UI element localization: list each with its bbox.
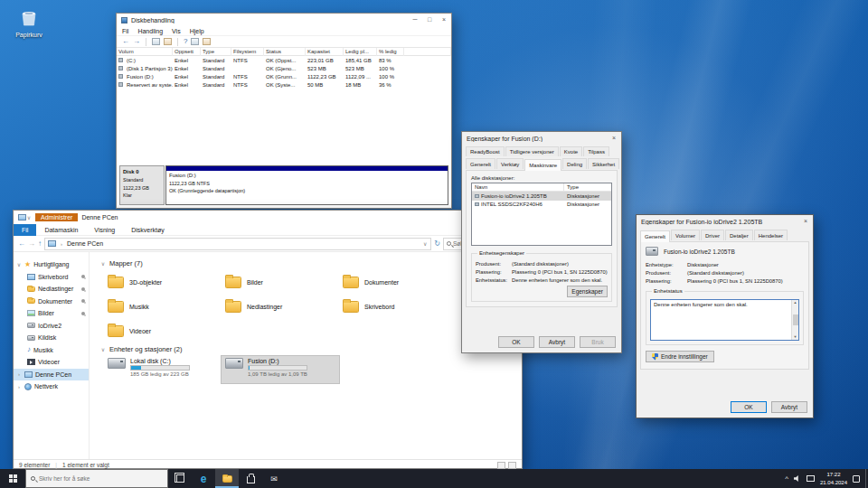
help-icon[interactable]: ?: [184, 37, 187, 46]
drive-list-row[interactable]: Fusion-io ioDrive2 1.205TB Diskstasjoner: [472, 192, 611, 201]
tab-detaljer[interactable]: Detaljer: [725, 230, 753, 240]
chevron-right-icon[interactable]: ›: [59, 241, 64, 247]
ok-button[interactable]: OK: [731, 401, 767, 413]
chevron-down-icon[interactable]: ∨: [16, 261, 22, 267]
properties-button[interactable]: Egenskaper: [567, 286, 608, 297]
scroll-up-icon[interactable]: ▲: [794, 301, 797, 305]
menu-item-vis[interactable]: Vis: [172, 28, 181, 34]
console-tree-icon[interactable]: [152, 38, 160, 45]
close-button[interactable]: ×: [798, 215, 813, 228]
folder-bilder[interactable]: Bilder: [222, 270, 339, 295]
tab-sikkerhet[interactable]: Sikkerhet: [588, 158, 619, 169]
folder-dokumenter[interactable]: Dokumenter: [339, 270, 457, 295]
maximize-button[interactable]: □: [422, 14, 437, 26]
sidebar-item-nedlastinger[interactable]: Nedlastinger: [14, 283, 89, 296]
quick-access-toolbar-dropdown-icon[interactable]: ∨: [26, 214, 32, 221]
tab-maskinvare[interactable]: Maskinvare: [524, 159, 561, 171]
dialog-titlebar[interactable]: Egenskaper for Fusion (D:) ×: [462, 132, 621, 145]
menu-item-handling[interactable]: Handling: [137, 28, 163, 34]
tab-generelt[interactable]: Generelt: [640, 230, 670, 242]
chevron-right-icon[interactable]: ›: [16, 371, 22, 377]
details-view-icon[interactable]: [497, 462, 505, 469]
col-volum[interactable]: Volum: [117, 48, 173, 56]
tab-tidligere-versjoner[interactable]: Tidligere versjoner: [505, 146, 559, 156]
sidebar-item-bilder[interactable]: Bilder: [14, 307, 89, 320]
close-button[interactable]: ×: [607, 132, 621, 145]
devices-section-header[interactable]: ∨ Enheter og stasjoner (2): [100, 345, 522, 353]
diskmgmt-titlebar[interactable]: Diskbehandling ─ □ ×: [117, 14, 451, 26]
taskbar-clock[interactable]: 17:22 21.04.2024: [820, 471, 847, 485]
chevron-right-icon[interactable]: ›: [16, 384, 22, 389]
sidebar-item-denne-pcen[interactable]: › Denne PCen: [14, 369, 89, 381]
sidebar-item-musikk[interactable]: ♪ Musikk: [14, 344, 89, 357]
volume-view-icon[interactable]: [203, 38, 211, 45]
tab-generelt[interactable]: Generelt: [466, 158, 495, 169]
network-icon[interactable]: [807, 475, 815, 482]
ok-button[interactable]: OK: [498, 336, 534, 348]
forward-icon[interactable]: →: [28, 239, 35, 248]
close-button[interactable]: ×: [437, 14, 451, 26]
taskbar-search[interactable]: [25, 469, 168, 488]
cancel-button[interactable]: Avbryt: [771, 401, 807, 413]
back-icon[interactable]: ←: [122, 37, 129, 46]
folder-skrivebord[interactable]: Skrivebord: [339, 295, 457, 319]
disk-view-icon[interactable]: [191, 38, 199, 45]
recycle-bin[interactable]: Papirkurv: [7, 7, 51, 38]
address-dropdown-icon[interactable]: ∨: [422, 240, 428, 247]
action-center-icon[interactable]: [853, 475, 860, 483]
chevron-down-icon[interactable]: ∨: [100, 260, 106, 267]
col-kapasitet[interactable]: Kapasitet: [306, 48, 344, 56]
sidebar-item-videoer[interactable]: Videoer: [14, 356, 89, 369]
drive-lokal-disk-c[interactable]: Lokal disk (C:) 185 GB ledig av 223 GB: [104, 356, 222, 383]
col-status[interactable]: Status: [264, 48, 306, 56]
tab-volumer[interactable]: Volumer: [671, 230, 700, 240]
tray-expand-icon[interactable]: ^: [785, 474, 788, 483]
tab-fil[interactable]: Fil: [14, 224, 36, 236]
volume-row[interactable]: Fusion (D:) Enkel Standard NTFS OK (Grun…: [117, 72, 451, 80]
volume-row[interactable]: (Disk 1 Partisjon 3) Enkel Standard OK (…: [117, 64, 451, 72]
col-type[interactable]: Type: [564, 183, 611, 192]
folder-nedlastinger[interactable]: Nedlastinger: [222, 295, 339, 319]
tab-kvote[interactable]: Kvote: [560, 146, 582, 156]
chevron-down-icon[interactable]: ∨: [100, 346, 106, 352]
scrollbar-thumb[interactable]: [793, 314, 798, 325]
volume-icon[interactable]: [794, 475, 801, 482]
file-explorer-button[interactable]: [215, 469, 239, 488]
scroll-down-icon[interactable]: ▼: [794, 335, 797, 339]
col-ledig[interactable]: Ledig pl...: [344, 48, 377, 56]
up-icon[interactable]: ↑: [38, 239, 42, 248]
minimize-button[interactable]: ─: [408, 14, 422, 26]
tab-verktoy[interactable]: Verktøy: [496, 158, 524, 169]
sidebar-item-skrivebord[interactable]: Skrivebord: [14, 271, 89, 284]
tab-driver[interactable]: Driver: [701, 230, 724, 240]
folder-3d-objekter[interactable]: 3D-objekter: [104, 270, 222, 295]
store-button[interactable]: [239, 469, 262, 488]
back-icon[interactable]: ←: [18, 239, 25, 248]
thumbnails-view-icon[interactable]: [508, 462, 516, 469]
scrollbar[interactable]: ▲ ▼: [791, 300, 798, 340]
folder-videoer[interactable]: Videoer: [104, 319, 222, 343]
folder-musikk[interactable]: Musikk: [104, 295, 222, 319]
col-navn[interactable]: Navn: [472, 183, 564, 192]
partition-fusion-d[interactable]: Fusion (D:) 1122,23 GB NTFS OK (Grunnleg…: [165, 165, 448, 205]
sidebar-item-iodrive2[interactable]: IoDrive2: [14, 320, 89, 333]
forward-icon[interactable]: →: [133, 37, 140, 46]
edge-button[interactable]: e: [192, 469, 215, 488]
volume-row[interactable]: Reservert av syste... Enkel Standard NTF…: [117, 80, 451, 89]
drive-fusion-d[interactable]: Fusion (D:) 1,09 TB ledig av 1,09 TB: [222, 356, 339, 383]
tab-datamaskin[interactable]: Datamaskin: [36, 224, 86, 236]
start-button[interactable]: [0, 469, 25, 488]
tab-diskverktoy[interactable]: Diskverktøy: [123, 224, 173, 236]
taskbar-search-input[interactable]: [39, 475, 163, 482]
sidebar-item-hurtigtilgang[interactable]: ∨ ★ Hurtigtilgang: [14, 258, 89, 271]
breadcrumb[interactable]: › Denne PCen ∨: [44, 238, 431, 250]
change-settings-button[interactable]: Endre innstillinger: [646, 351, 714, 362]
cancel-button[interactable]: Avbryt: [539, 336, 575, 348]
sidebar-item-kildisk[interactable]: Kildisk: [14, 332, 89, 344]
mail-button[interactable]: ✉: [262, 469, 286, 488]
col-pct-ledig[interactable]: % ledig: [377, 48, 404, 56]
tab-visning[interactable]: Visning: [86, 224, 123, 236]
apply-button[interactable]: Bruk: [580, 336, 616, 348]
col-filsystem[interactable]: Filsystem: [231, 48, 264, 56]
dialog-titlebar[interactable]: Egenskaper for Fusion-io ioDrive2 1.205T…: [637, 215, 813, 228]
